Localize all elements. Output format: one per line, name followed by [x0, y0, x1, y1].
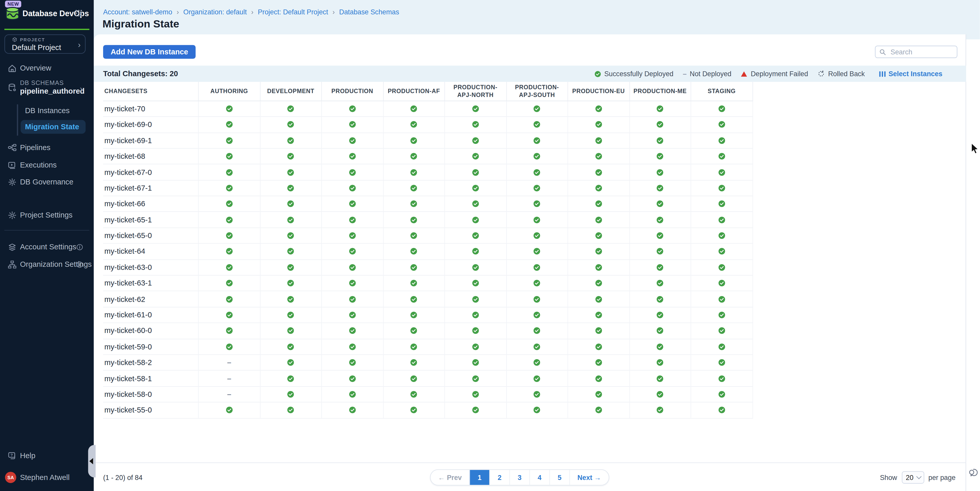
success-badge-icon — [656, 359, 664, 366]
breadcrumb-project[interactable]: Project: Default Project — [258, 8, 328, 16]
success-badge-icon — [410, 184, 418, 192]
page-button-1[interactable]: 1 — [469, 470, 489, 485]
migration-state-table: CHANGESETS AUTHORING DEVELOPMENT PRODUCT… — [103, 82, 753, 418]
add-new-db-instance-button[interactable]: Add New DB Instance — [103, 45, 196, 59]
column-header-staging: STAGING — [691, 82, 753, 100]
status-cell-deployed — [260, 323, 322, 338]
success-badge-icon — [533, 264, 541, 271]
breadcrumb-organization[interactable]: Organization: default — [183, 8, 247, 16]
success-badge-icon — [595, 248, 602, 255]
sidebar-item-project-settings[interactable]: Project Settings — [0, 208, 94, 222]
success-badge-icon — [533, 343, 541, 350]
status-cell-deployed — [445, 228, 506, 243]
status-cell-deployed — [630, 133, 691, 148]
success-badge-icon — [226, 311, 233, 319]
sidebar-item-migration-state[interactable]: Migration State — [21, 120, 86, 134]
status-cell-deployed — [506, 164, 568, 180]
project-label: PROJECT — [20, 37, 45, 42]
success-badge-icon — [595, 391, 602, 398]
column-header-development: DEVELOPMENT — [260, 82, 322, 100]
pagination: ← Prev 1 2 3 4 5 Next → — [430, 469, 609, 485]
status-cell-deployed — [445, 371, 506, 386]
success-badge-icon — [595, 168, 602, 176]
breadcrumb-separator: › — [251, 8, 253, 16]
support-chat-icon[interactable] — [968, 467, 978, 478]
success-badge-icon — [226, 184, 233, 192]
sidebar-item-account-settings[interactable]: Account Settings — [0, 240, 94, 254]
status-cell-deployed — [630, 149, 691, 164]
page-button-4[interactable]: 4 — [529, 470, 549, 485]
table-row: my-ticket-67-0 — [103, 164, 753, 180]
sidebar-item-db-governance[interactable]: DB Governance — [0, 175, 94, 189]
status-cell-deployed — [260, 228, 322, 243]
success-badge-icon — [533, 375, 541, 382]
page-button-3[interactable]: 3 — [509, 470, 529, 485]
success-badge-icon — [226, 232, 233, 239]
status-cell-deployed — [506, 149, 568, 164]
breadcrumb-database-schemas[interactable]: Database Schemas — [339, 8, 399, 16]
table-row: my-ticket-70 — [103, 101, 753, 117]
success-badge-icon — [533, 359, 541, 366]
sidebar-item-user[interactable]: Stephen Atwell — [0, 470, 94, 484]
page-button-5[interactable]: 5 — [549, 470, 569, 485]
sidebar-item-executions[interactable]: Executions — [0, 158, 94, 172]
success-badge-icon — [410, 280, 418, 287]
search-box[interactable] — [875, 46, 958, 58]
success-badge-icon — [348, 137, 356, 144]
column-header-production-apj-north: PRODUCTION-APJ-NORTH — [445, 82, 506, 100]
success-badge-icon — [595, 327, 602, 335]
table-row: my-ticket-67-1 — [103, 180, 753, 196]
status-cell-deployed — [199, 212, 260, 227]
sidebar-collapse-handle[interactable] — [88, 445, 95, 477]
app-launcher-icon[interactable] — [75, 10, 82, 17]
sidebar-item-db-instances[interactable]: DB Instances — [25, 106, 70, 115]
page-size-select[interactable]: 20 — [902, 471, 924, 484]
dash-icon: – — [683, 70, 687, 78]
status-cell-deployed — [199, 180, 260, 195]
status-cell-deployed — [630, 402, 691, 418]
sidebar-item-pipelines[interactable]: Pipelines — [0, 141, 94, 154]
sidebar: NEW Database DevOps PROJECT Default Proj… — [0, 0, 94, 491]
breadcrumb-account[interactable]: Account: satwell-demo — [103, 8, 172, 16]
next-page-button[interactable]: Next → — [569, 470, 609, 485]
status-cell-deployed — [383, 323, 445, 338]
changeset-name-cell: my-ticket-64 — [103, 244, 199, 259]
status-cell-deployed — [322, 291, 383, 307]
status-cell-deployed — [322, 260, 383, 275]
status-cell-deployed — [383, 386, 445, 402]
success-badge-icon — [410, 264, 418, 271]
breadcrumb: Account: satwell-demo › Organization: de… — [103, 8, 399, 16]
project-switcher[interactable]: PROJECT Default Project › — [4, 34, 86, 54]
status-cell-deployed — [199, 402, 260, 418]
success-badge-icon — [718, 121, 725, 128]
sidebar-item-organization-settings[interactable]: Organization Settings — [0, 257, 94, 272]
sidebar-item-help[interactable]: ? Help — [0, 449, 94, 462]
sidebar-item-label: Help — [20, 451, 35, 460]
status-cell-deployed — [691, 196, 753, 211]
success-badge-icon — [287, 375, 294, 382]
status-cell-deployed — [199, 228, 260, 243]
page-button-2[interactable]: 2 — [489, 470, 509, 485]
column-header-production-eu: PRODUCTION-EU — [568, 82, 630, 100]
status-cell-deployed — [445, 355, 506, 370]
success-badge-icon — [595, 343, 602, 350]
search-input[interactable] — [889, 48, 952, 56]
sidebar-item-overview[interactable]: Overview — [0, 61, 94, 75]
sidebar-item-db-schemas[interactable]: DB SCHEMAS pipeline_authored › — [0, 79, 94, 97]
success-badge-icon — [595, 153, 602, 160]
success-badge-icon — [594, 70, 601, 77]
breadcrumb-separator: › — [177, 8, 179, 16]
status-cell-deployed — [506, 101, 568, 116]
prev-page-button[interactable]: ← Prev — [431, 470, 469, 485]
success-badge-icon — [287, 121, 294, 128]
table-row: my-ticket-63-1 — [103, 275, 753, 291]
status-cell-deployed — [506, 386, 568, 402]
select-instances-button[interactable]: Select Instances — [879, 70, 943, 78]
success-badge-icon — [410, 359, 418, 366]
success-badge-icon — [595, 359, 602, 366]
success-badge-icon — [410, 216, 418, 223]
success-badge-icon — [472, 406, 479, 414]
status-cell-deployed — [260, 386, 322, 402]
status-cell-deployed — [445, 323, 506, 338]
success-badge-icon — [656, 280, 664, 287]
